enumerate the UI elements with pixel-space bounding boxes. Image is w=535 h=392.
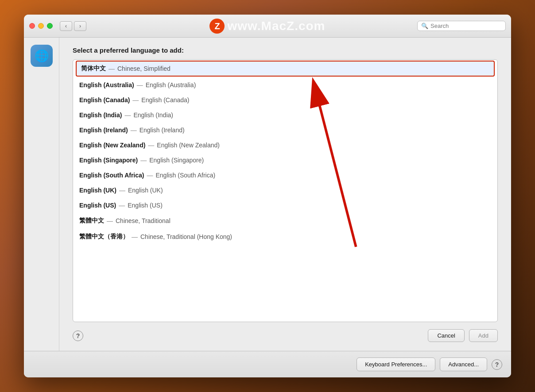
content-area: 🌐 Select a preferred language to add: 简体… xyxy=(24,38,511,351)
language-item-zh-hant-hk[interactable]: 繁體中文（香港） — Chinese, Traditional (Hong Ko… xyxy=(73,229,497,245)
lang-native: English (UK) xyxy=(128,187,163,194)
lang-separator: — xyxy=(132,233,138,240)
search-input[interactable] xyxy=(430,23,502,29)
lang-native: English (India) xyxy=(133,111,173,119)
minimize-button[interactable] xyxy=(38,23,44,29)
lang-separator: — xyxy=(148,142,154,149)
lang-native: English (Australia) xyxy=(146,81,196,88)
sidebar-language-icon: 🌐 xyxy=(31,45,53,67)
lang-separator: — xyxy=(119,202,125,209)
help-button[interactable]: ? xyxy=(73,331,83,341)
action-buttons: Cancel Add xyxy=(428,329,498,342)
language-item-en-sg[interactable]: English (Singapore) — English (Singapore… xyxy=(73,153,497,168)
add-button[interactable]: Add xyxy=(469,329,498,342)
language-item-en-in[interactable]: English (India) — English (India) xyxy=(73,108,497,123)
language-item-en-ie[interactable]: English (Ireland) — English (Ireland) xyxy=(73,123,497,138)
lang-name: English (Singapore) xyxy=(79,157,138,164)
language-list-container: 简体中文 — Chinese, Simplified English (Aust… xyxy=(73,59,498,322)
language-item-en-ca[interactable]: English (Canada) — English (Canada) xyxy=(73,92,497,108)
main-window: ‹ › Z www.MacZ.com 🔍 🌐 Select a preferre… xyxy=(24,15,511,377)
language-item-zh-hant[interactable]: 繁體中文 — Chinese, Traditional xyxy=(73,213,497,229)
lang-native: English (Ireland) xyxy=(140,127,185,134)
lang-separator: — xyxy=(137,81,143,88)
language-item-en-us[interactable]: English (US) — English (US) xyxy=(73,198,497,213)
lang-separator: — xyxy=(132,96,139,104)
titlebar: ‹ › Z www.MacZ.com 🔍 xyxy=(24,15,511,38)
lang-native: English (Canada) xyxy=(141,96,189,104)
close-button[interactable] xyxy=(29,23,35,29)
lang-name: English (South Africa) xyxy=(79,172,144,179)
back-button[interactable]: ‹ xyxy=(60,21,72,31)
language-list[interactable]: 简体中文 — Chinese, Simplified English (Aust… xyxy=(73,60,497,322)
watermark-z-icon: Z xyxy=(209,19,225,34)
lang-name: English (India) xyxy=(79,111,122,119)
lang-name: English (Canada) xyxy=(79,96,130,104)
nav-buttons: ‹ › xyxy=(60,21,86,31)
language-item-en-uk[interactable]: English (UK) — English (UK) xyxy=(73,183,497,198)
search-box[interactable]: 🔍 xyxy=(417,21,506,31)
cancel-button[interactable]: Cancel xyxy=(428,329,464,342)
lang-separator: — xyxy=(109,65,115,72)
language-item-en-au[interactable]: English (Australia) — English (Australia… xyxy=(73,77,497,92)
lang-separator: — xyxy=(107,217,113,224)
lang-separator: — xyxy=(124,111,131,119)
lang-native: English (Singapore) xyxy=(149,157,204,164)
lang-name: English (Australia) xyxy=(79,81,134,88)
advanced-button[interactable]: Advanced... xyxy=(440,357,487,371)
traffic-lights xyxy=(29,23,53,29)
lang-separator: — xyxy=(119,187,125,194)
globe-icon: 🌐 xyxy=(35,49,49,63)
lang-native: Chinese, Simplified xyxy=(117,65,171,72)
search-icon: 🔍 xyxy=(421,23,428,29)
lang-separator: — xyxy=(147,172,153,179)
lang-native: English (New Zealand) xyxy=(157,142,220,149)
maximize-button[interactable] xyxy=(47,23,53,29)
dialog-label: Select a preferred language to add: xyxy=(73,46,498,54)
action-bar: ? Cancel Add xyxy=(73,329,498,342)
lang-native: Chinese, Traditional xyxy=(116,217,171,224)
watermark-text: www.MacZ.com xyxy=(227,19,325,33)
lang-name: 繁體中文 xyxy=(79,217,104,225)
lang-native: English (US) xyxy=(128,202,163,209)
lang-name: English (Ireland) xyxy=(79,127,128,134)
lang-name: English (New Zealand) xyxy=(79,142,145,149)
language-item-zh-hans[interactable]: 简体中文 — Chinese, Simplified xyxy=(76,61,495,77)
forward-button[interactable]: › xyxy=(74,21,86,31)
lang-separator: — xyxy=(131,127,137,134)
bottom-help-button[interactable]: ? xyxy=(492,359,502,370)
language-item-en-za[interactable]: English (South Africa) — English (South … xyxy=(73,168,497,183)
main-panel: Select a preferred language to add: 简体中文… xyxy=(59,38,511,351)
lang-name: 简体中文 xyxy=(81,65,106,73)
lang-name: English (US) xyxy=(79,202,116,209)
language-item-en-nz[interactable]: English (New Zealand) — English (New Zea… xyxy=(73,138,497,153)
lang-native: English (South Africa) xyxy=(155,172,215,179)
lang-name: 繁體中文（香港） xyxy=(79,233,129,241)
lang-name: English (UK) xyxy=(79,187,116,194)
keyboard-preferences-button[interactable]: Keyboard Preferences... xyxy=(357,357,435,371)
window-bottom-bar: Keyboard Preferences... Advanced... ? xyxy=(24,351,511,377)
sidebar: 🌐 xyxy=(24,38,59,351)
lang-native: Chinese, Traditional (Hong Kong) xyxy=(140,233,232,240)
lang-separator: — xyxy=(140,157,147,164)
